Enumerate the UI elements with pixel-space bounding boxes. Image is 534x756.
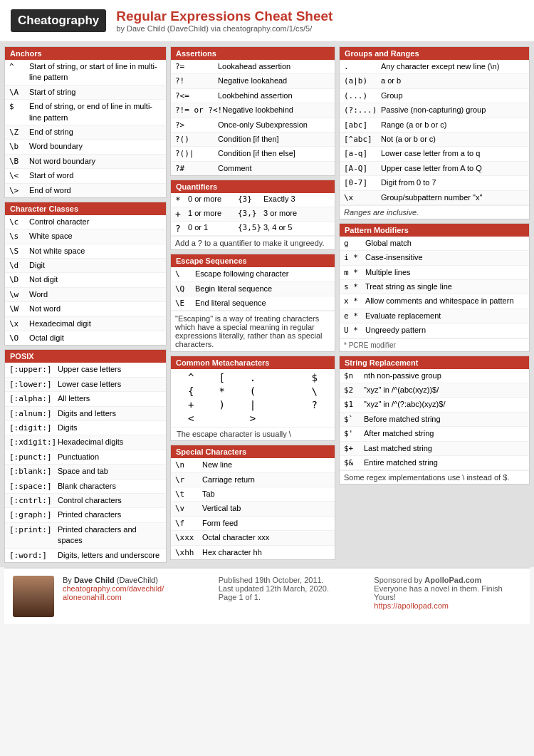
sc-row-0: \nNew line bbox=[171, 458, 335, 472]
sr-row-0: $nnth non-passive group bbox=[340, 369, 529, 383]
pattern-modifiers-section: Pattern Modifiers gGlobal match i *Case-… bbox=[339, 223, 530, 352]
posix-val-4: Digits bbox=[58, 423, 78, 433]
posix-val-9: Control characters bbox=[58, 495, 122, 506]
posix-row-7: [:blank:]Space and tab bbox=[5, 465, 166, 479]
gr-row-8: [0-7]Digit from 0 to 7 bbox=[340, 176, 529, 190]
pm-val-1: Case-insensitive bbox=[365, 252, 423, 263]
footer-page-text: Page 1 of 1. bbox=[219, 593, 366, 601]
anchor-key-2: $ bbox=[9, 101, 29, 123]
meta-char-12: | bbox=[239, 399, 267, 410]
header-title: Regular Expressions Cheat Sheet bbox=[116, 9, 333, 24]
posix-key-7: [:blank:] bbox=[9, 466, 58, 477]
posix-key-11: [:print:] bbox=[9, 524, 58, 547]
pm-key-4: x * bbox=[344, 296, 365, 306]
posix-key-1: [:lower:] bbox=[9, 379, 58, 390]
posix-key-2: [:alpha:] bbox=[9, 393, 58, 404]
pm-row-3: s *Treat string as single line bbox=[340, 280, 529, 294]
anchor-row-4: \b Word boundary bbox=[5, 140, 166, 154]
pm-row-5: e *Evaluate replacement bbox=[340, 309, 529, 323]
as-val-2: Lookbehind assertion bbox=[218, 90, 293, 101]
q-desc2-2: 3, 4 or 5 bbox=[263, 223, 292, 234]
gr-val-4: Range (a or b or c) bbox=[381, 120, 446, 130]
as-key-6: ?()| bbox=[175, 148, 218, 159]
gr-row-0: .Any character except new line (\n) bbox=[340, 60, 529, 74]
pm-val-4: Allow comments and whitespace in pattern bbox=[365, 296, 514, 306]
pm-row-0: gGlobal match bbox=[340, 237, 529, 251]
posix-row-2: [:alpha:]All letters bbox=[5, 392, 166, 406]
posix-row-4: [:digit:]Digits bbox=[5, 421, 166, 435]
footer-sponsored-link[interactable]: https://apollopad.com bbox=[374, 601, 521, 610]
meta-char-11: ) bbox=[207, 399, 236, 410]
meta-char-15: < bbox=[177, 413, 205, 424]
cc-row-0: \cControl character bbox=[5, 215, 166, 229]
as-row-0: ?=Lookahead assertion bbox=[171, 60, 335, 74]
pattern-modifiers-header: Pattern Modifiers bbox=[340, 224, 529, 237]
pm-row-4: x *Allow comments and whitespace in patt… bbox=[340, 294, 529, 309]
posix-row-0: [:upper:]Upper case letters bbox=[5, 363, 166, 377]
sc-row-6: \xhhHex character hh bbox=[171, 546, 335, 559]
as-row-6: ?()|Condition [if then else] bbox=[171, 147, 335, 161]
anchor-val-6: Start of word bbox=[29, 170, 73, 181]
pm-row-6: U *Ungreedy pattern bbox=[340, 323, 529, 338]
posix-row-3: [:alnum:]Digits and letters bbox=[5, 407, 166, 421]
header: Cheatography Regular Expressions Cheat S… bbox=[0, 0, 534, 42]
gr-val-0: Any character except new line (\n) bbox=[381, 61, 499, 72]
gr-key-8: [0-7] bbox=[344, 177, 381, 188]
posix-val-8: Blank characters bbox=[58, 481, 116, 492]
sr-key-1: $2 bbox=[344, 385, 364, 395]
posix-val-2: All letters bbox=[58, 393, 90, 404]
sr-val-5: Last matched string bbox=[364, 443, 432, 454]
footer-published: Published 19th October, 2011. Last updat… bbox=[219, 576, 366, 617]
pm-key-6: U * bbox=[344, 325, 365, 336]
sc-key-1: \r bbox=[175, 475, 202, 485]
sc-key-2: \t bbox=[175, 489, 202, 499]
posix-body: [:upper:]Upper case letters [:lower:]Low… bbox=[5, 363, 166, 561]
q-sym2-0: {3} bbox=[238, 195, 263, 205]
sr-key-3: $` bbox=[344, 414, 364, 425]
cc-val-3: Digit bbox=[29, 260, 45, 271]
gr-note: Ranges are inclusive. bbox=[340, 205, 529, 219]
posix-key-0: [:upper:] bbox=[9, 364, 58, 375]
sr-note: Some regex implementations use \ instead… bbox=[340, 470, 529, 484]
es-val-2: End literal sequence bbox=[195, 298, 266, 309]
posix-val-7: Space and tab bbox=[58, 466, 108, 477]
pm-row-1: i *Case-insensitive bbox=[340, 251, 529, 265]
meta-char-18 bbox=[269, 413, 298, 424]
sr-row-3: $`Before matched string bbox=[340, 413, 529, 427]
posix-key-10: [:graph:] bbox=[9, 509, 58, 520]
cc-key-4: \D bbox=[9, 274, 29, 285]
special-characters-header: Special Characters bbox=[171, 445, 335, 458]
special-characters-section: Special Characters \nNew line \rCarriage… bbox=[170, 445, 335, 560]
sr-key-6: $& bbox=[344, 457, 364, 468]
es-val-1: Begin literal sequence bbox=[195, 284, 272, 294]
footer-link2[interactable]: aloneonahill.com bbox=[63, 593, 210, 601]
posix-row-9: [:cntrl:]Control characters bbox=[5, 494, 166, 508]
q-sym-2: ? bbox=[175, 223, 188, 234]
footer: By Dave Child (DaveChild) cheatography.c… bbox=[4, 567, 530, 624]
posix-val-10: Printed characters bbox=[58, 509, 121, 520]
assertions-header: Assertions bbox=[171, 47, 335, 60]
as-key-0: ?= bbox=[175, 61, 218, 72]
posix-val-0: Upper case letters bbox=[58, 364, 121, 375]
meta-char-8 bbox=[269, 385, 298, 397]
anchor-val-1: Start of string bbox=[29, 87, 75, 98]
sc-row-3: \vVertical tab bbox=[171, 502, 335, 516]
as-key-2: ?<= bbox=[175, 90, 218, 101]
cc-row-6: \WNot word bbox=[5, 302, 166, 316]
q-sym2-2: {3,5} bbox=[238, 223, 263, 234]
footer-link1[interactable]: cheatography.com/davechild/ bbox=[63, 584, 210, 593]
q-sym-1: + bbox=[175, 209, 188, 219]
sc-row-1: \rCarriage return bbox=[171, 473, 335, 487]
posix-key-6: [:punct:] bbox=[9, 452, 58, 462]
gr-val-6: Lower case letter from a to q bbox=[381, 148, 480, 159]
gr-row-6: [a-q]Lower case letter from a to q bbox=[340, 147, 529, 161]
string-replacement-header: String Replacement bbox=[340, 356, 529, 369]
gr-key-9: \x bbox=[344, 192, 381, 203]
meta-note: The escape character is usually \ bbox=[171, 427, 335, 440]
sc-key-5: \xxx bbox=[175, 532, 202, 543]
character-classes-header: Character Classes bbox=[5, 202, 166, 215]
meta-char-10: + bbox=[177, 399, 205, 410]
sr-val-1: "xyz" in /^(abc(xyz))$/ bbox=[364, 385, 439, 395]
meta-char-6: * bbox=[207, 385, 236, 397]
gr-key-1: (a|b) bbox=[344, 76, 381, 86]
